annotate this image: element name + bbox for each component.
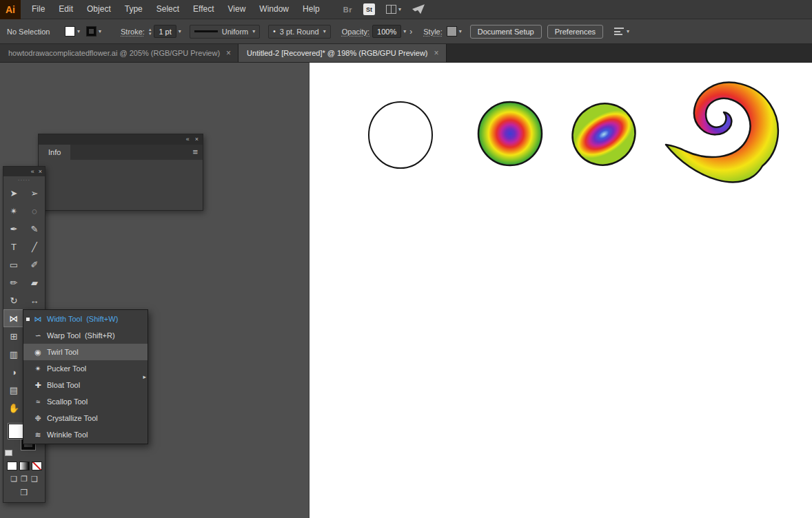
panel-menu-icon[interactable]: ≡ <box>192 147 198 157</box>
menu-select[interactable]: Select <box>150 0 186 19</box>
flyout-item-scallop-tool[interactable]: ≈Scallop Tool <box>23 393 148 410</box>
flyout-item-bloat-tool[interactable]: ✚Bloat Tool <box>23 377 148 393</box>
paintbrush-tool[interactable]: ✐ <box>24 256 45 273</box>
color-button[interactable] <box>7 462 17 470</box>
document-setup-button[interactable]: Document Setup <box>470 25 542 39</box>
magic-wand-tool[interactable]: ✴ <box>3 202 24 220</box>
paintbrush-tool-icon: ✐ <box>31 260 39 270</box>
flyout-item-label: Wrinkle Tool <box>47 431 88 439</box>
stroke-color-swatch[interactable] <box>86 26 97 37</box>
menu-edit[interactable]: Edit <box>52 0 80 19</box>
draw-inside-mode-button[interactable]: ❑ <box>31 475 38 484</box>
default-colors-icon[interactable] <box>5 450 12 456</box>
menu-view[interactable]: View <box>221 0 253 19</box>
menu-help[interactable]: Help <box>296 0 327 19</box>
menu-object[interactable]: Object <box>80 0 118 19</box>
artboard-tool[interactable]: ▤ <box>3 381 24 399</box>
lasso-tool-icon: ◌ <box>32 206 37 216</box>
stock-icon[interactable]: St <box>363 3 375 15</box>
flyout-item-warp-tool[interactable]: ∽Warp Tool(Shift+R) <box>23 327 148 344</box>
stroke-panel-link[interactable]: Stroke: <box>121 28 145 36</box>
direct-selection-tool[interactable]: ➢ <box>24 184 45 202</box>
menu-window[interactable]: Window <box>252 0 296 19</box>
screen-mode-button[interactable]: ❒ <box>21 488 28 497</box>
none-button[interactable] <box>32 462 42 470</box>
bridge-icon[interactable]: Br <box>343 6 352 14</box>
rainbow-swirl[interactable] <box>666 83 778 183</box>
tab-info[interactable]: Info <box>39 145 70 160</box>
hand-tool[interactable]: ✋ <box>3 399 24 417</box>
stroke-weight-stepper[interactable]: ▴ ▾ <box>149 28 152 36</box>
tab-close-icon[interactable]: × <box>434 48 439 58</box>
opacity-panel-link[interactable]: Opacity: <box>342 28 369 36</box>
document-tab-bar: howtodrawacomplicatedflower.ai @ 205% (R… <box>0 44 812 63</box>
stepper-down-icon[interactable]: ▾ <box>149 32 152 36</box>
stroke-weight-field[interactable]: 1 pt <box>154 25 176 38</box>
flyout-item-width-tool[interactable]: ⋈Width Tool(Shift+W) <box>23 311 148 327</box>
rainbow-gradient-ellipse[interactable] <box>560 92 647 177</box>
draw-behind-mode-button[interactable]: ❐ <box>21 475 28 484</box>
document-tab-untitled2[interactable]: Untitled-2 [Recovered]* @ 198% (RGB/GPU … <box>238 44 446 62</box>
menu-file[interactable]: File <box>25 0 52 19</box>
chevron-down-icon[interactable]: ▾ <box>77 28 80 34</box>
selection-status: No Selection <box>7 28 59 36</box>
tools-panel-header: « × <box>3 167 45 176</box>
chevron-down-icon[interactable]: ▾ <box>459 28 462 34</box>
rectangle-tool[interactable]: ▭ <box>3 256 24 273</box>
scale-tool[interactable]: ↔ <box>24 291 45 309</box>
flyout-tearoff-arrow[interactable]: ▸ <box>143 373 146 380</box>
width-profile-dropdown[interactable]: Uniform ▾ <box>190 25 261 39</box>
flyout-item-pucker-tool[interactable]: ✴Pucker Tool <box>23 360 148 377</box>
share-icon[interactable] <box>412 4 425 14</box>
arrange-documents-button[interactable]: ▾ <box>386 5 401 14</box>
preferences-button[interactable]: Preferences <box>547 25 603 39</box>
align-options-button[interactable]: ▾ <box>614 28 629 35</box>
panel-close-icon[interactable]: × <box>195 134 199 145</box>
panel-collapse-icon[interactable]: « <box>186 134 190 145</box>
menu-effect[interactable]: Effect <box>186 0 221 19</box>
info-panel-body <box>39 160 203 210</box>
direct-selection-tool-icon: ➢ <box>31 188 39 198</box>
brush-value: 3 pt. Round <box>280 28 319 36</box>
width-tool[interactable]: ⋈ <box>3 309 24 327</box>
gradient-button[interactable] <box>19 462 30 470</box>
flyout-item-crystallize-tool[interactable]: ❉Crystallize Tool <box>23 410 148 426</box>
panel-grip[interactable]: ····· <box>3 176 45 184</box>
crystallize-tool-icon: ❉ <box>32 414 44 423</box>
plain-ellipse[interactable] <box>369 102 432 168</box>
curvature-tool[interactable]: ✎ <box>24 220 45 238</box>
menu-type[interactable]: Type <box>118 0 150 19</box>
flyout-item-twirl-tool[interactable]: ◉Twirl Tool <box>23 344 148 360</box>
fill-color-swatch[interactable] <box>8 424 23 439</box>
wrinkle-tool-icon: ≋ <box>32 431 44 439</box>
pencil-tool-icon: ✏ <box>10 278 18 288</box>
rotate-tool[interactable]: ↻ <box>3 291 24 309</box>
eraser-tool[interactable]: ▰ <box>24 273 45 291</box>
style-swatch[interactable] <box>447 26 457 37</box>
brush-dropdown[interactable]: • 3 pt. Round ▾ <box>268 25 330 39</box>
chevron-down-icon[interactable]: ▾ <box>403 28 406 34</box>
chevron-down-icon[interactable]: ▾ <box>99 28 101 34</box>
flyout-item-label: Width Tool <box>47 315 82 323</box>
opacity-field[interactable]: 100% <box>372 25 401 38</box>
pencil-tool[interactable]: ✏ <box>3 273 24 291</box>
draw-normal-mode-button[interactable]: ❏ <box>10 475 17 484</box>
rainbow-gradient-circle[interactable] <box>478 102 542 165</box>
document-tab-flower[interactable]: howtodrawacomplicatedflower.ai @ 205% (R… <box>0 44 238 62</box>
style-panel-link[interactable]: Style: <box>423 28 443 36</box>
chevron-down-icon[interactable]: ▾ <box>179 28 181 34</box>
flyout-item-wrinkle-tool[interactable]: ≋Wrinkle Tool <box>23 426 148 443</box>
panel-close-icon[interactable]: × <box>39 167 42 176</box>
type-tool[interactable]: T <box>3 238 24 256</box>
fill-color-swatch[interactable] <box>65 26 75 37</box>
tab-close-icon[interactable]: × <box>226 48 231 58</box>
opacity-more-button[interactable]: › <box>409 27 412 37</box>
lasso-tool[interactable]: ◌ <box>24 202 45 220</box>
blend-tool[interactable]: ◑ <box>3 363 24 381</box>
pen-tool[interactable]: ✒ <box>3 220 24 238</box>
selection-tool[interactable]: ➤ <box>3 184 24 202</box>
gradient-tool[interactable]: ▥ <box>3 345 24 363</box>
perspective-grid-tool[interactable]: ⊞ <box>3 327 24 345</box>
panel-collapse-icon[interactable]: « <box>31 167 34 176</box>
line-segment-tool[interactable]: ╱ <box>24 238 45 256</box>
